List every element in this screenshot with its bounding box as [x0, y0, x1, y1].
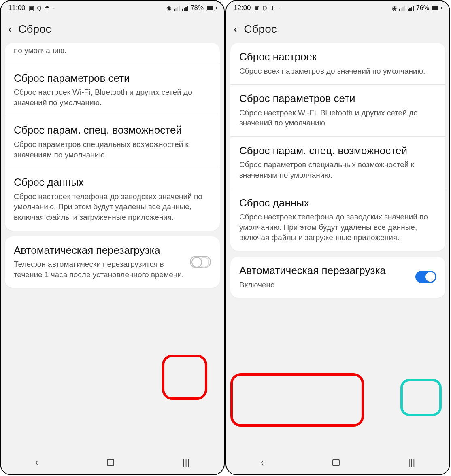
page-title: Сброс [18, 23, 51, 36]
nav-recents-icon[interactable]: ||| [183, 457, 189, 468]
signal-icon [408, 6, 414, 11]
list-item-partial[interactable]: по умолчанию. [5, 43, 220, 64]
list-item-reset-data[interactable]: Сброс данных Сброс настроек телефона до … [230, 189, 445, 251]
item-title: Сброс параметров сети [239, 92, 436, 105]
battery-percent: 76% [416, 4, 429, 12]
nav-back-icon[interactable]: ‹ [261, 457, 264, 468]
battery-icon [432, 6, 442, 11]
item-desc: Сброс параметров специальных возможносте… [14, 139, 211, 160]
umbrella-icon: ☂ [45, 5, 50, 11]
item-desc: Сброс настроек Wi-Fi, Bluetooth и других… [239, 108, 436, 128]
auto-restart-card[interactable]: Автоматическая перезагрузка Телефон авто… [5, 236, 220, 288]
toggle-desc: Телефон автоматически перезагрузится в т… [14, 259, 185, 280]
wifi-icon: ◉ [166, 5, 171, 11]
page-header: ‹ Сброс [226, 15, 449, 43]
image-icon: ▣ [254, 5, 260, 11]
nav-home-icon[interactable] [107, 459, 114, 466]
nav-bar: ‹ ||| [1, 451, 224, 474]
status-bar: 12:00 ▣ Q ⬇ · ◉ 76% [226, 1, 449, 15]
signal-weak-icon [399, 6, 405, 11]
image-icon: ▣ [29, 5, 34, 11]
item-title: Сброс данных [14, 176, 211, 189]
nav-home-icon[interactable] [332, 459, 340, 466]
item-desc: по умолчанию. [14, 45, 211, 56]
battery-icon [206, 6, 217, 11]
toggle-text: Автоматическая перезагрузка Включено [239, 264, 411, 290]
status-bar: 11:00 ▣ Q ☂ · ◉ 78% [1, 1, 224, 15]
signal-icon [182, 6, 188, 11]
page-title: Сброс [244, 23, 277, 36]
content-area: по умолчанию. Сброс параметров сети Сбро… [1, 43, 224, 451]
item-desc: Сброс настроек телефона до заводских зна… [239, 212, 436, 243]
item-desc: Сброс параметров специальных возможносте… [239, 159, 436, 180]
list-item-reset-network[interactable]: Сброс параметров сети Сброс настроек Wi-… [5, 64, 220, 117]
item-title: Сброс парам. спец. возможностей [239, 144, 436, 157]
toggle-desc: Включено [239, 280, 411, 290]
toggle-title: Автоматическая перезагрузка [239, 264, 411, 277]
list-item-reset-settings[interactable]: Сброс настроек Сброс всех параметров до … [230, 43, 445, 85]
toggle-text: Автоматическая перезагрузка Телефон авто… [14, 244, 185, 280]
item-title: Сброс парам. спец. возможностей [14, 123, 211, 137]
more-icon: · [278, 5, 280, 11]
item-title: Сброс настроек [239, 50, 436, 64]
item-title: Сброс параметров сети [14, 72, 211, 85]
list-item-reset-data[interactable]: Сброс данных Сброс настроек телефона до … [5, 168, 220, 230]
more-icon: · [53, 5, 55, 11]
toggle-title: Автоматическая перезагрузка [14, 244, 185, 257]
item-title: Сброс данных [239, 196, 436, 210]
page-header: ‹ Сброс [1, 15, 224, 43]
nav-bar: ‹ ||| [226, 451, 449, 474]
search-icon: Q [37, 5, 42, 11]
wifi-icon: ◉ [392, 5, 397, 11]
nav-back-icon[interactable]: ‹ [35, 457, 38, 468]
back-button[interactable]: ‹ [234, 23, 237, 35]
auto-restart-toggle[interactable] [190, 256, 211, 268]
item-desc: Сброс всех параметров до значений по умо… [239, 66, 436, 76]
item-desc: Сброс настроек Wi-Fi, Bluetooth и других… [14, 87, 211, 108]
item-desc: Сброс настроек телефона до заводских зна… [14, 191, 211, 223]
settings-card: Сброс настроек Сброс всех параметров до … [230, 43, 445, 251]
download-icon: ⬇ [270, 5, 275, 11]
auto-restart-toggle[interactable] [415, 271, 436, 283]
list-item-reset-network[interactable]: Сброс параметров сети Сброс настроек Wi-… [230, 85, 445, 137]
nav-recents-icon[interactable]: ||| [408, 457, 415, 468]
content-area: Сброс настроек Сброс всех параметров до … [226, 43, 449, 451]
settings-card: по умолчанию. Сброс параметров сети Сбро… [5, 43, 220, 231]
phone-right: 12:00 ▣ Q ⬇ · ◉ 76% ‹ Сброс Сброс настро… [226, 0, 450, 475]
battery-percent: 78% [191, 4, 204, 12]
status-time: 12:00 [234, 4, 251, 12]
status-time: 11:00 [8, 4, 26, 12]
list-item-reset-accessibility[interactable]: Сброс парам. спец. возможностей Сброс па… [230, 137, 445, 189]
phone-left: 11:00 ▣ Q ☂ · ◉ 78% ‹ Сброс по умолчанию… [0, 0, 225, 475]
list-item-reset-accessibility[interactable]: Сброс парам. спец. возможностей Сброс па… [5, 116, 220, 168]
signal-weak-icon [174, 6, 180, 11]
auto-restart-card[interactable]: Автоматическая перезагрузка Включено [230, 257, 445, 298]
search-icon: Q [263, 5, 267, 11]
back-button[interactable]: ‹ [8, 23, 12, 35]
